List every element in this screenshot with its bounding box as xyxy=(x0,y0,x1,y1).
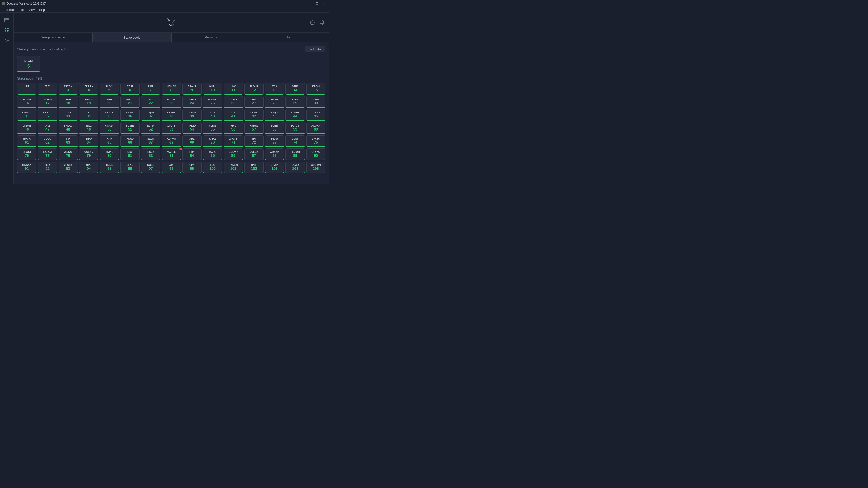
pool-card-1pp01[interactable]: 1pp0137 xyxy=(141,109,160,121)
pool-card-texan[interactable]: TEXAN3 xyxy=(59,83,78,95)
pool-card-india[interactable]: INDIA73 xyxy=(265,135,284,147)
pool-card-jazz2[interactable]: JAZZ295 xyxy=(100,162,119,173)
menu-help[interactable]: Help xyxy=(37,8,46,12)
pool-card-glnet[interactable]: GLNET32 xyxy=(38,109,57,121)
pool-card-isle[interactable]: ISLE49 xyxy=(79,122,98,134)
pool-card-tim[interactable]: TIM63 xyxy=(59,135,78,147)
pool-card-raid1[interactable]: RAID121 xyxy=(121,96,140,108)
pool-card-terra[interactable]: TERRA4 xyxy=(79,83,98,95)
pool-card-adavn[interactable]: ADAVN68 xyxy=(162,135,181,147)
pool-card-digi[interactable]: DIGI81 xyxy=(121,149,140,160)
pool-card-mars[interactable]: MARS85 xyxy=(203,149,222,160)
pool-card-guru[interactable]: GURU10 xyxy=(203,83,222,95)
pool-card-salad[interactable]: SALAD48 xyxy=(59,122,78,134)
pool-card-latam[interactable]: LATAM77 xyxy=(38,149,57,160)
pool-card-2pctb[interactable]: 2PCTB71 xyxy=(223,135,243,147)
maximize-button[interactable]: ❐ xyxy=(314,2,320,6)
pool-card-aaa[interactable]: AAA27 xyxy=(244,96,264,108)
pool-card-1pct6[interactable]: 1PCT675 xyxy=(306,135,326,147)
pool-card-sipo[interactable]: SIPO64 xyxy=(79,135,98,147)
pool-card-masp[interactable]: MASP39 xyxy=(182,109,202,121)
pool-card-gamer[interactable]: GAMER31 xyxy=(17,109,36,121)
pool-card-rose[interactable]: ROSE97 xyxy=(141,162,160,173)
pool-card-buzz[interactable]: BUZZ82 xyxy=(141,149,160,160)
pool-card-akane[interactable]: AKANE35 xyxy=(100,109,119,121)
pool-card-247[interactable]: 24722 xyxy=(141,96,160,108)
pool-card-adi[interactable]: ADI98 xyxy=(162,162,181,173)
pool-card-decnt[interactable]: DECNT45 xyxy=(306,109,326,121)
pool-card-anpnl[interactable]: ANPNL36 xyxy=(121,109,140,121)
menu-daedalus[interactable]: Daedalus xyxy=(2,8,17,12)
pool-card-ahl[interactable]: AHL69 xyxy=(182,135,202,147)
pool-card-leo[interactable]: LEO100 xyxy=(203,162,222,173)
pool-card-life[interactable]: LIFE7 xyxy=(141,83,160,95)
wallet-icon[interactable] xyxy=(3,16,10,24)
pool-card-a4pus[interactable]: A4PUS17 xyxy=(38,96,57,108)
pool-card-adau[interactable]: ADAU66 xyxy=(121,135,140,147)
pool-card-otaku[interactable]: OTAKU90 xyxy=(306,149,326,160)
pool-card-bcsh1[interactable]: BCSH151 xyxy=(121,122,140,134)
pool-card-ocean[interactable]: OCEAN79 xyxy=(79,149,98,160)
check-icon[interactable] xyxy=(309,20,315,26)
settings-icon[interactable] xyxy=(3,37,10,44)
pool-card-toa[interactable]: TOA13 xyxy=(265,83,284,95)
pool-card-str8[interactable]: STR814 xyxy=(285,83,305,95)
pool-card-mamak[interactable]: MAMAK8 xyxy=(162,83,181,95)
pool-card-clio1[interactable]: CLIO155 xyxy=(203,122,222,134)
pool-card-seed[interactable]: SEED67 xyxy=(141,135,160,147)
pool-card-hex[interactable]: HEX92 xyxy=(38,162,57,173)
pool-card-cards[interactable]: CARDs26 xyxy=(223,96,243,108)
pool-card-rock[interactable]: ROCK61 xyxy=(17,135,36,147)
close-button[interactable]: ✕ xyxy=(322,2,327,6)
pool-card-f4ada[interactable]: F4ADA16 xyxy=(17,96,36,108)
pool-card-adago[interactable]: ADAGO25 xyxy=(203,96,222,108)
pool-card-tapsy[interactable]: TAPSY52 xyxy=(141,122,160,134)
menu-edit[interactable]: Edit xyxy=(18,8,26,12)
pool-card-aloha[interactable]: ALOHA60 xyxy=(306,122,326,134)
pool-card-jp2[interactable]: JP247 xyxy=(38,122,57,134)
pool-card-scar[interactable]: SCAR104 xyxy=(285,162,305,173)
pool-card-venus[interactable]: VENUS44 xyxy=(285,109,305,121)
pool-card-zzz2[interactable]: ZZZ22 xyxy=(38,83,57,95)
pool-card-app[interactable]: APP65 xyxy=(100,135,119,147)
pool-card-value[interactable]: VALUE28 xyxy=(265,96,284,108)
pool-card-cheap[interactable]: CHEAP24 xyxy=(182,96,202,108)
pool-card-sobit[interactable]: SOBIT58 xyxy=(265,122,284,134)
bell-icon[interactable] xyxy=(319,20,326,26)
pool-card-hrms2[interactable]: HRMS257 xyxy=(244,122,264,134)
pool-card-adaap[interactable]: ADAAP88 xyxy=(265,149,284,160)
back-to-top-button[interactable]: Back to top xyxy=(305,46,326,53)
pool-card-cps[interactable]: CPS40 xyxy=(203,109,222,121)
pool-card-riot[interactable]: RIOT34 xyxy=(79,109,98,121)
pool-card-coco[interactable]: COCO62 xyxy=(38,135,57,147)
pool-card-krom[interactable]: KROM15 xyxy=(306,83,326,95)
tab-info[interactable]: Info xyxy=(250,33,329,42)
tab-rewards[interactable]: Rewards xyxy=(172,33,250,42)
pool-card-endvr[interactable]: ENDVR86 xyxy=(223,149,243,160)
pool-card-asing[interactable]: ASING78 xyxy=(59,149,78,160)
minimize-button[interactable]: — xyxy=(306,2,312,6)
pool-card-pltus[interactable]: PLTUS59 xyxy=(285,122,305,134)
pool-card-crdn1[interactable]: CRDN146 xyxy=(17,122,36,134)
pool-card-hash[interactable]: HASH19 xyxy=(79,96,98,108)
pool-card-kibc1[interactable]: KIBC170 xyxy=(203,135,222,147)
pool-card-tntm[interactable]: TNTM30 xyxy=(306,96,326,108)
pool-card-2pcta[interactable]: 2PCTA93 xyxy=(59,162,78,173)
tab-stake-pools[interactable]: Stake pools xyxy=(92,33,172,42)
pool-card-acl[interactable]: ACL41 xyxy=(223,109,243,121)
pool-card-cent[interactable]: CENT42 xyxy=(244,109,264,121)
pool-card-pdx[interactable]: PDX84 xyxy=(182,149,202,160)
menu-view[interactable]: View xyxy=(27,8,36,12)
pool-card-bkind[interactable]: BKIND80 xyxy=(100,149,119,160)
pool-card-lfe[interactable]: LFE1 xyxy=(17,83,36,95)
pool-card-jp4[interactable]: JP472 xyxy=(244,135,264,147)
pool-card-bswan[interactable]: BSWAN91 xyxy=(17,162,36,173)
pool-card-pof[interactable]: POF18 xyxy=(59,96,78,108)
pool-card-1pct8[interactable]: 1PCT853 xyxy=(162,122,181,134)
pool-card-1pct3[interactable]: 1PCT376 xyxy=(17,149,36,160)
pool-card-lust[interactable]: LUST74 xyxy=(285,135,305,147)
pool-card-crown[interactable]: CROWN105 xyxy=(306,162,326,173)
pool-card-ups[interactable]: UPS94 xyxy=(79,162,98,173)
pool-card-chain[interactable]: CHAIN103 xyxy=(265,162,284,173)
pool-card-uno[interactable]: UNO11 xyxy=(223,83,243,95)
